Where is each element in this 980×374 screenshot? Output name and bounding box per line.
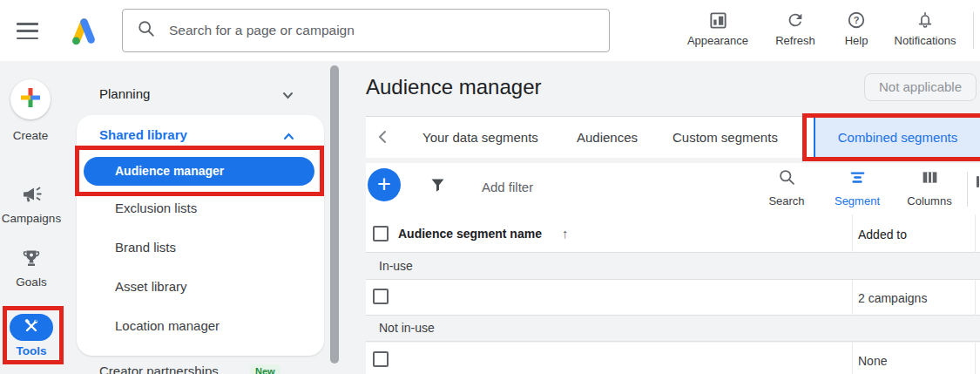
google-ads-app: Appearance Refresh ? Help [0, 0, 980, 374]
tab-your-data-segments[interactable]: Your data segments [422, 117, 538, 158]
search-icon [778, 174, 796, 189]
added-to-value: 2 campaigns [858, 291, 927, 305]
submenu-item-brand-lists[interactable]: Brand lists [115, 240, 176, 255]
search-input[interactable] [167, 22, 595, 39]
column-divider [852, 280, 853, 316]
sidebar-item-tools[interactable] [10, 314, 53, 341]
page-title: Audience manager [366, 75, 541, 99]
submenu-shared-library[interactable]: Shared library [99, 127, 187, 142]
help-label: Help [820, 34, 893, 47]
submenu-item-exclusion-lists[interactable]: Exclusion lists [115, 201, 197, 215]
global-search [122, 9, 610, 52]
columns-icon [921, 174, 939, 189]
column-divider [852, 214, 853, 253]
added-to-value: None [858, 354, 887, 368]
search-label: Search [756, 194, 817, 207]
sidebar-item-campaigns[interactable] [20, 184, 44, 209]
columns-button[interactable]: Columns [899, 168, 960, 207]
tab-custom-segments[interactable]: Custom segments [672, 117, 778, 158]
table-row[interactable]: None [366, 343, 980, 374]
plus-icon [18, 85, 43, 113]
submenu-item-creator-partnerships[interactable]: Creator partnerships [99, 364, 219, 374]
row-checkbox[interactable] [373, 351, 389, 367]
create-button[interactable] [10, 79, 51, 119]
notifications-label: Notifications [889, 34, 962, 47]
tab-combined-segments[interactable]: Combined segments [814, 117, 980, 158]
tabs-scroll-left-icon[interactable] [375, 128, 392, 149]
new-badge: New [250, 364, 280, 374]
notifications-button[interactable]: Notifications [889, 10, 962, 47]
sort-ascending-icon[interactable]: ↑ [562, 226, 569, 241]
appearance-icon [681, 10, 754, 31]
segment-label: Segment [827, 194, 888, 207]
google-ads-logo-icon[interactable] [66, 13, 101, 51]
submenu-planning[interactable]: Planning [99, 86, 150, 101]
submenu-item-location-manager[interactable]: Location manager [115, 318, 220, 333]
shared-library-card: Shared library Audience manager Exclusio… [77, 115, 324, 356]
topbar-divider [973, 12, 974, 49]
chevron-down-icon[interactable] [280, 88, 295, 106]
table-row[interactable]: 2 campaigns [366, 280, 980, 316]
section-header-in-use: In-use [366, 254, 980, 280]
search-icon [137, 19, 156, 42]
sidebar-item-create-label: Create [0, 129, 61, 142]
table-header-row: Audience segment name ↑ Added to [366, 214, 980, 253]
sidebar-item-campaigns-label: Campaigns [0, 212, 63, 225]
top-bar: Appearance Refresh ? Help [0, 0, 980, 61]
megaphone-icon [20, 194, 44, 208]
tab-bar: Your data segments Audiences Custom segm… [366, 117, 980, 158]
not-applicable-button[interactable]: Not applicable [864, 73, 977, 101]
chevron-up-icon[interactable] [281, 129, 296, 147]
search-table-button[interactable]: Search [756, 168, 817, 207]
submenu-item-asset-library[interactable]: Asset library [115, 279, 187, 294]
filter-icon[interactable] [429, 176, 447, 198]
column-divider [975, 343, 976, 374]
column-header-audience-segment-name[interactable]: Audience segment name [398, 227, 542, 241]
notifications-icon [889, 10, 962, 31]
add-segment-button[interactable]: + [368, 168, 401, 201]
segment-icon [848, 174, 867, 189]
submenu-item-audience-manager[interactable]: Audience manager [84, 157, 314, 186]
columns-label: Columns [899, 194, 960, 207]
expand-icon[interactable] [977, 176, 979, 187]
tab-audiences[interactable]: Audiences [577, 117, 638, 158]
sidebar-item-goals[interactable] [21, 248, 42, 273]
nav-scrollbar[interactable] [330, 65, 339, 364]
trophy-icon [21, 257, 42, 272]
help-icon: ? [820, 10, 893, 31]
section-header-not-in-use: Not in-use [366, 316, 980, 342]
column-divider [975, 214, 976, 253]
appearance-button[interactable]: Appearance [681, 10, 754, 47]
row-checkbox[interactable] [373, 289, 389, 304]
main-menu-icon[interactable] [17, 23, 38, 39]
hammer-wrench-icon [23, 317, 40, 338]
help-button[interactable]: ? Help [820, 10, 893, 47]
column-divider [852, 343, 853, 374]
sidebar-item-goals-label: Goals [0, 275, 63, 289]
toolbar-divider [967, 172, 968, 207]
column-header-added-to[interactable]: Added to [858, 228, 907, 241]
svg-text:?: ? [854, 15, 860, 25]
table-toolbar: + Add filter Search [366, 163, 980, 215]
add-filter-button[interactable]: Add filter [482, 180, 533, 194]
segment-button[interactable]: Segment [827, 168, 888, 207]
appearance-label: Appearance [681, 34, 754, 47]
column-divider [975, 280, 976, 316]
sidebar-item-tools-label: Tools [0, 344, 63, 357]
select-all-checkbox[interactable] [373, 226, 389, 241]
